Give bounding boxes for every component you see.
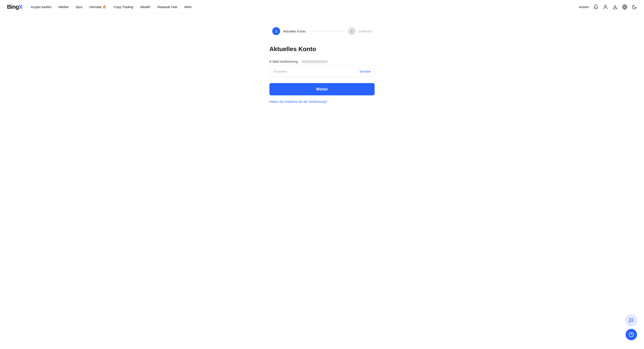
nav-derivate[interactable]: Derivate 🔥: [89, 5, 106, 9]
floating-buttons: [626, 315, 637, 340]
nav-mehr[interactable]: Mehr: [184, 5, 192, 9]
submit-button[interactable]: Weiter: [270, 83, 374, 95]
navbar-right: Assets: [579, 4, 637, 10]
send-code-button[interactable]: Senden: [360, 70, 371, 73]
verification-input[interactable]: [273, 70, 360, 73]
step-2: 2 Zielkonto: [348, 27, 372, 35]
svg-point-4: [630, 320, 631, 320]
stepper: 1 Aktuelles Konto 2 Zielkonto: [272, 27, 372, 35]
main-content: 1 Aktuelles Konto 2 Zielkonto Aktuelles …: [0, 14, 644, 112]
nav-maerkte[interactable]: Märkte: [58, 5, 68, 9]
globe-icon[interactable]: [622, 4, 627, 10]
svg-point-5: [632, 320, 632, 320]
navbar: BingX Krypto kaufen Märkte Spot Derivate…: [0, 0, 644, 14]
chat-float-button[interactable]: [626, 315, 637, 326]
email-label: E-Mail-Verifizierung: [270, 60, 298, 63]
nav-rewards-hub[interactable]: Rewards Hub: [158, 5, 177, 9]
nav-spot[interactable]: Spot: [76, 5, 82, 9]
step-1-circle: 1: [272, 27, 280, 35]
nav-krypto-kaufen[interactable]: Krypto kaufen: [31, 5, 52, 9]
email-label-row: E-Mail-Verifizierung: [270, 60, 374, 63]
email-masked-value: [302, 60, 328, 63]
notification-icon[interactable]: [593, 4, 598, 10]
assets-link[interactable]: Assets: [579, 5, 589, 9]
step-divider: [309, 31, 344, 31]
form-section: Aktuelles Konto E-Mail-Verifizierung Sen…: [270, 46, 374, 104]
logo[interactable]: BingX: [7, 4, 22, 10]
download-icon[interactable]: [612, 4, 618, 10]
nav-copy-trading[interactable]: Copy Trading: [114, 5, 133, 9]
form-title: Aktuelles Konto: [270, 46, 374, 52]
step-2-label: Zielkonto: [358, 30, 372, 33]
problem-link[interactable]: Haben Sie Probleme bei der Verifizierung…: [270, 100, 328, 104]
nav-links: Krypto kaufen Märkte Spot Derivate 🔥 Cop…: [31, 5, 579, 9]
step-1-label: Aktuelles Konto: [283, 30, 306, 33]
support-float-button[interactable]: [626, 329, 637, 340]
nav-wealth[interactable]: Wealth: [140, 5, 150, 9]
dark-mode-icon[interactable]: [632, 4, 637, 10]
svg-point-0: [604, 5, 606, 7]
step-2-circle: 2: [348, 27, 356, 35]
user-icon[interactable]: [603, 4, 608, 10]
step-1: 1 Aktuelles Konto: [272, 27, 306, 35]
verification-input-row: Senden: [270, 66, 374, 77]
